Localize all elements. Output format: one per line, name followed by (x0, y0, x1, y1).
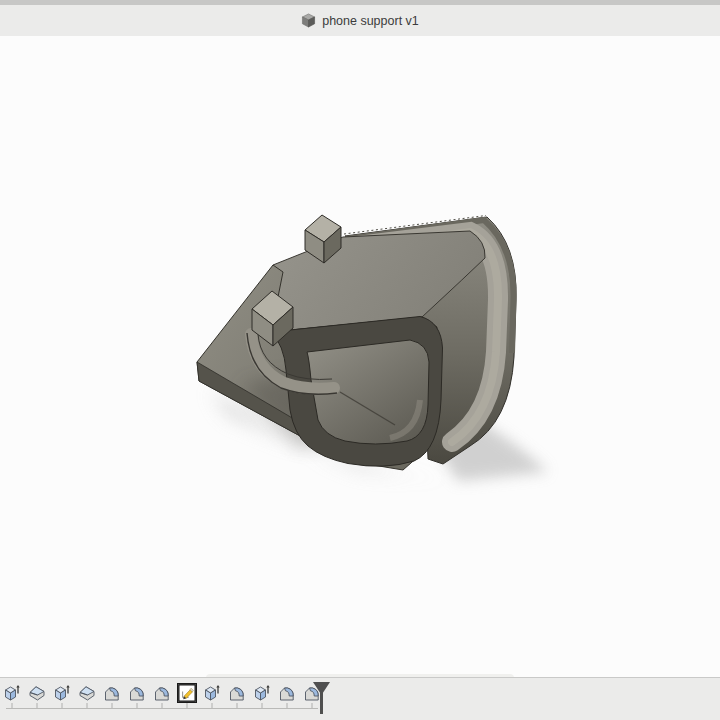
sketch-icon (178, 684, 196, 702)
timeline-feature-extrude[interactable] (253, 684, 271, 702)
timeline-feature-fillet[interactable] (103, 684, 121, 702)
document-tab-bar: phone support v1 (0, 5, 720, 37)
timeline-feature-extrude[interactable] (53, 684, 71, 702)
model-cube-icon (301, 13, 316, 28)
fillet-icon (278, 684, 296, 702)
extrude-icon (203, 684, 221, 702)
timeline-feature-chamfer[interactable] (28, 684, 46, 702)
timeline-feature-sketch[interactable] (178, 684, 196, 702)
timeline-bar (0, 677, 720, 720)
timeline-feature-extrude[interactable] (3, 684, 21, 702)
timeline-feature-extrude[interactable] (203, 684, 221, 702)
timeline-feature-fillet[interactable] (128, 684, 146, 702)
phone-support-model (197, 215, 548, 481)
timeline-feature-fillet[interactable] (153, 684, 171, 702)
viewport[interactable] (0, 36, 720, 678)
chamfer-icon (28, 684, 46, 702)
timeline-track (0, 678, 720, 720)
document-title: phone support v1 (322, 14, 419, 28)
fillet-icon (153, 684, 171, 702)
fillet-icon (228, 684, 246, 702)
chamfer-icon (78, 684, 96, 702)
timeline-feature-fillet[interactable] (228, 684, 246, 702)
timeline-feature-fillet[interactable] (278, 684, 296, 702)
extrude-icon (253, 684, 271, 702)
extrude-icon (3, 684, 21, 702)
document-tab[interactable]: phone support v1 (287, 5, 433, 36)
fillet-icon (103, 684, 121, 702)
fillet-icon (128, 684, 146, 702)
model-canvas[interactable] (0, 36, 720, 678)
timeline-feature-chamfer[interactable] (78, 684, 96, 702)
extrude-icon (53, 684, 71, 702)
